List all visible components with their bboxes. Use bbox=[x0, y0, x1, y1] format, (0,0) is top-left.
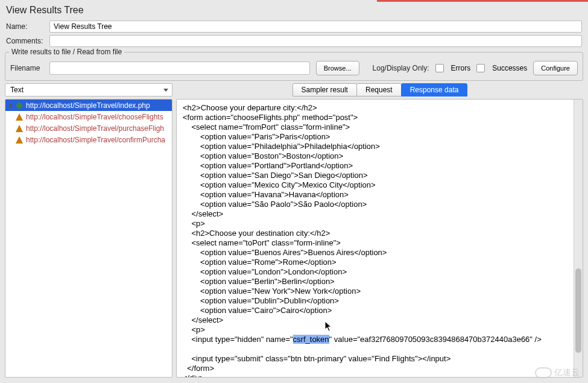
scroll-thumb[interactable] bbox=[575, 268, 581, 353]
renderer-value: Text bbox=[10, 86, 24, 94]
tree-item-label: http://localhost/SimpleTravel/chooseFlig… bbox=[26, 113, 163, 121]
comments-input[interactable] bbox=[49, 35, 582, 47]
file-fieldset: Write results to file / Read from file F… bbox=[5, 52, 583, 81]
filename-label: Filename bbox=[10, 64, 43, 72]
tree-item-label: http://localhost/SimpleTravel/confirmPur… bbox=[26, 136, 165, 144]
response-tabs: Sampler resultRequestResponse data bbox=[176, 83, 583, 97]
name-input[interactable] bbox=[49, 21, 582, 33]
warning-icon bbox=[15, 124, 24, 133]
log-display-label: Log/Display Only: bbox=[373, 64, 429, 72]
name-row: Name: bbox=[0, 19, 588, 34]
filename-input[interactable] bbox=[49, 62, 310, 75]
configure-button[interactable]: Configure bbox=[533, 61, 578, 75]
warning-icon bbox=[15, 113, 24, 121]
browse-button[interactable]: Browse... bbox=[316, 61, 359, 75]
cloud-icon bbox=[535, 367, 552, 378]
results-tree[interactable]: http://localhost/SimpleTravel/index.phph… bbox=[5, 99, 172, 378]
scrollbar[interactable] bbox=[574, 100, 583, 377]
tab-sampler-result[interactable]: Sampler result bbox=[292, 83, 357, 97]
tree-item[interactable]: http://localhost/SimpleTravel/confirmPur… bbox=[5, 134, 172, 145]
chevron-down-icon bbox=[163, 89, 168, 92]
name-label: Name: bbox=[6, 22, 49, 31]
warning-icon bbox=[15, 136, 24, 144]
highlight: csrf_token bbox=[293, 335, 329, 344]
successes-label: Successes bbox=[492, 64, 527, 72]
tab-request[interactable]: Request bbox=[356, 83, 402, 97]
panel-title: View Results Tree bbox=[0, 0, 588, 19]
successes-checkbox[interactable] bbox=[476, 64, 485, 72]
comments-row: Comments: bbox=[0, 34, 588, 48]
tree-item-label: http://localhost/SimpleTravel/index.php bbox=[26, 101, 150, 110]
tree-item[interactable]: http://localhost/SimpleTravel/index.php bbox=[5, 100, 172, 111]
watermark-text: 亿速云 bbox=[554, 367, 580, 378]
file-legend: Write results to file / Read from file bbox=[9, 48, 124, 56]
tree-item[interactable]: http://localhost/SimpleTravel/chooseFlig… bbox=[5, 111, 172, 122]
comments-label: Comments: bbox=[6, 37, 49, 45]
expand-icon[interactable] bbox=[8, 103, 14, 108]
accent-bar bbox=[377, 0, 588, 2]
tree-item-label: http://localhost/SimpleTravel/purchaseFl… bbox=[26, 124, 164, 133]
response-panel[interactable]: <h2>Choose your departure city:</h2> <fo… bbox=[176, 99, 583, 378]
renderer-select[interactable]: Text bbox=[5, 83, 172, 97]
success-icon bbox=[15, 101, 24, 110]
errors-label: Errors bbox=[451, 64, 471, 72]
watermark: 亿速云 bbox=[535, 367, 580, 378]
errors-checkbox[interactable] bbox=[435, 64, 444, 72]
tab-response-data[interactable]: Response data bbox=[401, 83, 468, 97]
tree-item[interactable]: http://localhost/SimpleTravel/purchaseFl… bbox=[5, 122, 172, 134]
response-body[interactable]: <h2>Choose your departure city:</h2> <fo… bbox=[183, 103, 577, 378]
